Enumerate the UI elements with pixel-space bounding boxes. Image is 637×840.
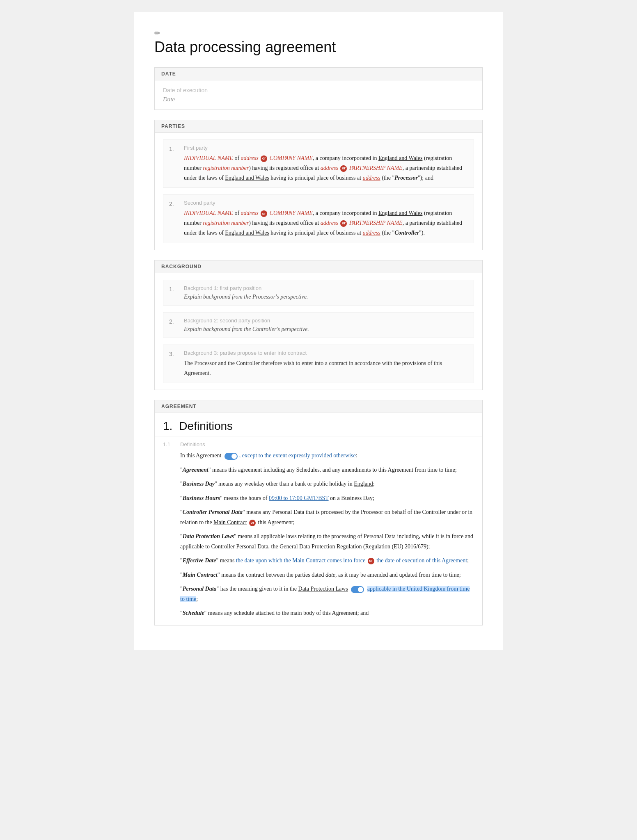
party-label-2: Second party [184,200,468,206]
partnership-name-1: PARTNERSHIP NAME [349,165,403,171]
reg-number-1: registration number [203,165,249,171]
bg-content-1: Background 1: first party position Expla… [184,285,468,300]
page-title: Data processing agreement [154,39,483,56]
def-effective-date: "Effective Date" means the date upon whi… [180,556,474,566]
or-badge-ed: or [368,558,374,564]
def-agreement: "Agreement" means this agreement includi… [180,465,474,475]
bg-text-2: Explain background from the Controller's… [184,326,468,333]
date-value: Date [163,96,474,103]
def-main-contract: "Main Contract" means the contract betwe… [180,570,474,580]
intro-text: In this Agreement [180,452,223,459]
party-content-2: Second party INDIVIDUAL NAME of address … [184,200,468,237]
definitions-title: Definitions [179,420,233,432]
background-item-1: 1. Background 1: first party position Ex… [163,280,474,306]
england-wales-1: England and Wales [378,155,422,161]
except-text: , except to the extent expressly provide… [239,452,356,459]
office-address-2: address [321,220,338,226]
bg-text-3: The Processor and the Controller therefo… [184,358,468,378]
subsection-content-1-1: Definitions In this Agreement , except t… [180,436,482,625]
party-text-1: INDIVIDUAL NAME of address or COMPANY NA… [184,153,468,183]
date-placeholder: Date of execution [163,87,474,94]
bg-num-2: 2. [169,317,179,333]
reg-number-2: registration number [203,220,249,226]
company-name-1: COMPANY NAME [270,155,313,161]
controller-label: Controller [394,230,419,236]
processor-label: Processor [394,175,418,181]
date-section: DATE Date of execution Date [154,67,483,110]
address-1: address [241,155,259,161]
def-schedule: "Schedule" means any schedule attached t… [180,608,474,619]
definitions-heading: 1.Definitions [155,413,482,436]
background-item-2: 2. Background 2: second party position E… [163,312,474,338]
subsection-1-1: 1.1 Definitions In this Agreement , exce… [155,436,482,625]
party-content-1: First party INDIVIDUAL NAME of address o… [184,145,468,183]
agreement-section: AGREEMENT 1.Definitions 1.1 Definitions … [154,400,483,625]
or-badge-cpd: or [249,520,256,526]
bg-content-3: Background 3: parties propose to enter i… [184,350,468,378]
def-controller-personal-data: "Controller Personal Data" means any Per… [180,507,474,527]
or-badge-2b: or [340,220,347,227]
subsection-num-1-1: 1.1 [155,436,175,625]
or-badge-2: or [261,210,267,217]
individual-name-1: INDIVIDUAL NAME [184,155,233,161]
bg-label-2: Background 2: second party position [184,317,468,324]
individual-name-2: INDIVIDUAL NAME [184,210,233,216]
def-data-protection-laws: "Data Protection Laws" means all applica… [180,532,474,552]
bg-num-3: 3. [169,350,179,378]
parties-section: PARTIES 1. First party INDIVIDUAL NAME o… [154,120,483,250]
england-wales-1b: England and Wales [225,175,269,181]
def-business-day: "Business Day" means any weekday other t… [180,479,474,489]
bg-content-2: Background 2: second party position Expl… [184,317,468,333]
background-item-3: 3. Background 3: parties propose to ente… [163,345,474,383]
party-number-2: 2. [169,200,179,237]
definitions-number: 1. [163,420,172,432]
office-address-1: address [321,165,338,171]
bg-text-1: Explain background from the Processor's … [184,294,468,300]
background-list: 1. Background 1: first party position Ex… [163,280,474,383]
bg-label-1: Background 1: first party position [184,285,468,291]
party-item-1: 1. First party INDIVIDUAL NAME of addres… [163,139,474,188]
page-icon: ✏ [154,29,160,38]
principal-address-1: address [363,175,380,181]
bg-num-1: 1. [169,285,179,300]
party-text-2: INDIVIDUAL NAME of address or COMPANY NA… [184,208,468,237]
england-wales-2b: England and Wales [225,230,269,236]
background-header: BACKGROUND [155,260,482,273]
definitions-intro: In this Agreement , except to the extent… [180,451,474,461]
toggle-1[interactable] [225,453,238,460]
subsection-label-1-1: Definitions [180,440,474,447]
toggle-2[interactable] [351,586,364,593]
party-number-1: 1. [169,145,179,183]
def-personal-data: "Personal Data" has the meaning given to… [180,584,474,604]
date-header: DATE [155,68,482,80]
agreement-header: AGREEMENT [155,400,482,413]
party-label-1: First party [184,145,468,151]
england-wales-2: England and Wales [378,210,422,216]
def-business-hours: "Business Hours" means the hours of 09:0… [180,493,474,504]
partnership-name-2: PARTNERSHIP NAME [349,220,403,226]
parties-header: PARTIES [155,120,482,133]
or-badge-1: or [261,155,267,162]
address-2: address [241,210,259,216]
parties-list: 1. First party INDIVIDUAL NAME of addres… [163,139,474,243]
or-badge-1b: or [340,165,347,172]
company-name-2: COMPANY NAME [270,210,313,216]
background-section: BACKGROUND 1. Background 1: first party … [154,260,483,390]
party-item-2: 2. Second party INDIVIDUAL NAME of addre… [163,194,474,243]
principal-address-2: address [363,230,380,236]
bg-label-3: Background 3: parties propose to enter i… [184,350,468,356]
